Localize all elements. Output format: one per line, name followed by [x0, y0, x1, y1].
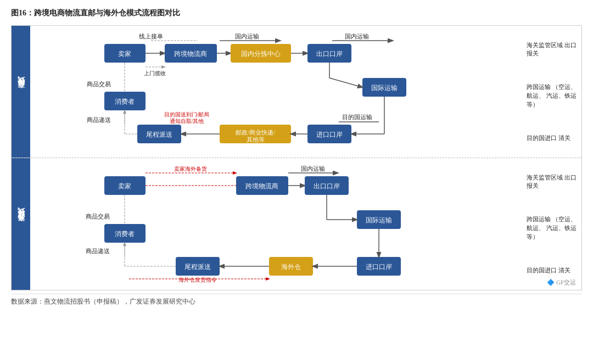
note-transport-1: 跨国运输 （空运、航运、 汽运、铁运等）	[527, 83, 579, 109]
svg-text:国内运输: 国内运输	[345, 33, 369, 40]
svg-text:线上接单: 线上接单	[139, 33, 163, 40]
svg-line-28	[329, 78, 362, 87]
svg-text:其他等: 其他等	[247, 136, 265, 143]
svg-text:商品递送: 商品递送	[87, 116, 111, 123]
section2-content: 卖家海外备货 国内运输 卖家 跨境物流商 出口口岸 商品交易	[30, 158, 524, 290]
svg-text:进口口岸: 进口口岸	[316, 131, 343, 138]
svg-text:海外仓发货指令: 海外仓发货指令	[178, 277, 217, 283]
svg-text:消费者: 消费者	[115, 98, 135, 105]
section1-label: 直邮模式	[12, 26, 30, 158]
section1-block: 直邮模式 线上接单 国内运输 国内运输 卖家 跨境物流商	[12, 26, 581, 158]
section1-diagram: 线上接单 国内运输 国内运输 卖家 跨境物流商 国内分拣中心	[33, 29, 511, 155]
svg-text:上门揽收: 上门揽收	[144, 70, 166, 76]
svg-text:邮政/商业快递/: 邮政/商业快递/	[236, 129, 276, 136]
svg-text:商品递送: 商品递送	[86, 248, 110, 254]
footer: 数据来源：燕文物流招股书（申报稿），广发证券发展研究中心	[11, 294, 582, 306]
svg-text:国内运输: 国内运输	[301, 165, 325, 172]
section2-label: 海外仓模式	[12, 158, 30, 290]
section2-block: 海外仓模式 卖家海外备货 国内运输	[12, 158, 581, 290]
svg-text:卖家: 卖家	[118, 50, 131, 58]
note-import-2: 目的国进口 清关	[527, 266, 579, 275]
diagram-container: 直邮模式 线上接单 国内运输 国内运输 卖家 跨境物流商	[11, 25, 582, 290]
section1-content: 线上接单 国内运输 国内运输 卖家 跨境物流商 国内分拣中心	[30, 26, 524, 158]
svg-text:国内运输: 国内运输	[235, 33, 259, 40]
note-customs-2: 海关监管区域 出口报关	[527, 173, 579, 191]
note-transport-2: 跨国运输 （空运、航运、 汽运、铁运等）	[527, 215, 579, 241]
svg-text:国内分拣中心: 国内分拣中心	[241, 50, 281, 58]
section1-right-notes: 海关监管区域 出口报关 跨国运输 （空运、航运、 汽运、铁运等） 目的国进口 清…	[524, 26, 581, 158]
svg-text:出口口岸: 出口口岸	[316, 50, 343, 58]
svg-text:跨境物流商: 跨境物流商	[245, 182, 278, 190]
section2-diagram: 卖家海外备货 国内运输 卖家 跨境物流商 出口口岸 商品交易	[33, 161, 511, 287]
svg-text:国际运输: 国际运输	[366, 216, 392, 224]
watermark: 🔷 GF交运	[547, 278, 576, 287]
svg-text:目的国送到门/邮局: 目的国送到门/邮局	[164, 111, 210, 117]
svg-text:进口口岸: 进口口岸	[366, 263, 392, 271]
svg-text:消费者: 消费者	[115, 230, 135, 238]
svg-text:商品交易: 商品交易	[86, 213, 110, 220]
svg-text:出口口岸: 出口口岸	[314, 182, 340, 190]
section2-right-notes: 海关监管区域 出口报关 跨国运输 （空运、航运、 汽运、铁运等） 目的国进口 清…	[524, 158, 581, 290]
svg-text:跨境物流商: 跨境物流商	[174, 50, 207, 58]
svg-text:卖家海外备货: 卖家海外备货	[174, 166, 207, 172]
svg-text:尾程派送: 尾程派送	[184, 263, 211, 271]
svg-text:通知自取/其他: 通知自取/其他	[170, 118, 204, 124]
svg-text:尾程派送: 尾程派送	[146, 131, 172, 138]
page-title: 图16：跨境电商物流直邮与海外仓模式流程图对比	[11, 5, 582, 21]
note-import-1: 目的国进口 清关	[527, 134, 579, 143]
svg-text:国际运输: 国际运输	[371, 84, 398, 92]
svg-text:商品交易: 商品交易	[87, 81, 111, 87]
note-customs-1: 海关监管区域 出口报关	[527, 41, 579, 59]
svg-text:卖家: 卖家	[118, 182, 131, 190]
svg-text:海外仓: 海外仓	[281, 263, 301, 271]
svg-text:目的国运输: 目的国运输	[342, 114, 372, 120]
